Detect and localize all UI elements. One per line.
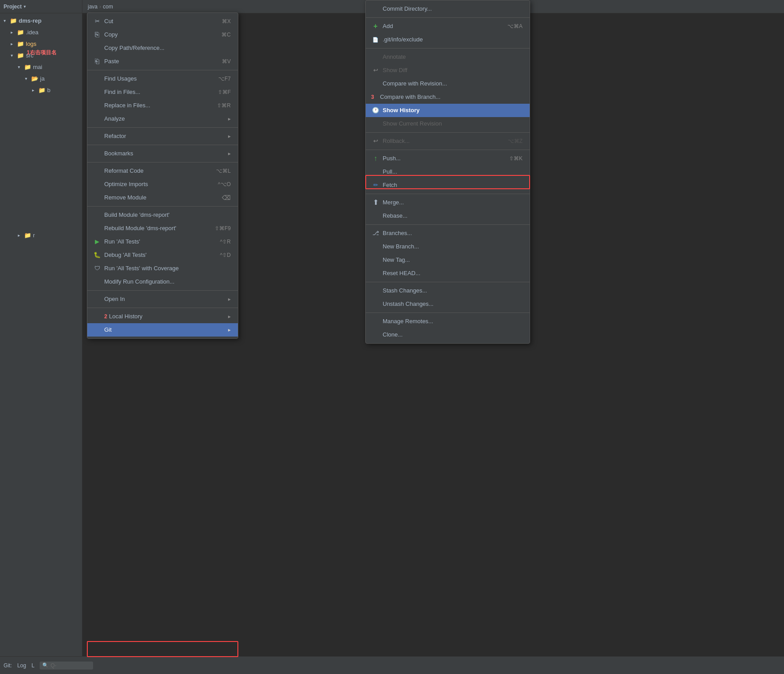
menu-debug-all-tests[interactable]: 🐛 Debug 'All Tests' ^⇧D [87,248,238,262]
annotation-right-click: 1右击项目名 [27,49,57,57]
tree-item-mai[interactable]: ▾ 📁 mai [0,61,82,73]
open-in-icon [93,295,102,304]
tree-item-logs[interactable]: ▸ 📁 logs [0,38,82,50]
menu-paste[interactable]: ⎗ Paste ⌘V [87,55,238,68]
local-history-arrow: ▸ [228,312,231,321]
folder-icon-b: 📁 [38,85,45,95]
menu-local-history[interactable]: 2 Local History ▸ [87,310,238,323]
tree-item-b[interactable]: ▸ 📁 b [0,85,82,96]
menu-refactor[interactable]: Refactor ▸ [87,130,238,143]
reset-head-icon [371,269,380,278]
folder-icon-dms-rep: 📁 [10,16,17,26]
menu-build-module[interactable]: Build Module 'dms-report' [87,208,238,222]
menu-cut[interactable]: ✂ Cut ⌘X [87,15,238,28]
menu-git[interactable]: Git ▸ [87,323,238,337]
git-stash[interactable]: Stash Changes... [366,284,530,297]
git-tab-label[interactable]: Git: [4,662,12,669]
git-exclude[interactable]: 📄 .git/info/exclude [366,33,530,46]
menu-open-in[interactable]: Open In ▸ [87,292,238,306]
remove-module-icon [93,193,102,202]
git-show-current-revision[interactable]: Show Current Revision [366,117,530,130]
git-pull[interactable]: Pull... [366,165,530,179]
sep-4 [87,162,238,162]
debug-icon: 🐛 [93,251,102,260]
git-compare-revision[interactable]: Compare with Revision... [366,77,530,90]
tree-item-idea[interactable]: ▸ 📁 .idea [0,27,82,38]
git-rebase[interactable]: Rebase... [366,209,530,223]
menu-replace-in-files[interactable]: Replace in Files... ⇧⌘R [87,99,238,112]
git-rollback[interactable]: ↩ Rollback... ⌥⌘Z [366,134,530,148]
sep-7 [87,308,238,308]
exclude-icon: 📄 [371,35,380,44]
menu-bookmarks[interactable]: Bookmarks ▸ [87,147,238,160]
menu-find-usages[interactable]: Find Usages ⌥F7 [87,72,238,85]
git-show-history[interactable]: 🕐 Show History [366,104,530,117]
arrow-dms-rep: ▾ [4,16,10,26]
git-commit-dir[interactable]: Commit Directory... [366,2,530,16]
unstash-icon [371,300,380,309]
menu-reformat[interactable]: Reformat Code ⌥⌘L [87,164,238,178]
menu-rebuild-module[interactable]: Rebuild Module 'dms-report' ⇧⌘F9 [87,222,238,235]
git-annotate[interactable]: Annotate [366,50,530,64]
tree-item-ja[interactable]: ▾ 📂 ja [0,73,82,85]
menu-find-in-files[interactable]: Find in Files... ⇧⌘F [87,85,238,99]
merge-icon: ⬆ [371,198,380,207]
git-new-branch[interactable]: New Branch... [366,240,530,253]
git-unstash[interactable]: Unstash Changes... [366,297,530,311]
menu-copy[interactable]: ⎘ Copy ⌘C [87,28,238,41]
sep-2 [87,127,238,128]
search-bar[interactable]: 🔍 Q- [40,662,93,670]
git-compare-branch[interactable]: 3 Compare with Branch... [366,90,530,104]
coverage-icon: 🛡 [93,264,102,273]
git-new-tag[interactable]: New Tag... [366,253,530,267]
arrow-ja: ▾ [25,74,31,84]
menu-run-coverage[interactable]: 🛡 Run 'All Tests' with Coverage [87,262,238,275]
menu-run-all-tests[interactable]: ▶ Run 'All Tests' ^⇧R [87,235,238,248]
menu-remove-module[interactable]: Remove Module ⌫ [87,191,238,204]
menu-optimize-imports[interactable]: Optimize Imports ^⌥O [87,178,238,191]
git-fetch[interactable]: ✏ Fetch [366,179,530,192]
git-clone[interactable]: Clone... [366,328,530,341]
copy-path-icon [93,44,102,53]
git-manage-remotes[interactable]: Manage Remotes... [366,315,530,328]
menu-modify-run-config[interactable]: Modify Run Configuration... [87,275,238,288]
git-merge[interactable]: ⬆ Merge... [366,196,530,209]
folder-icon-r: 📁 [24,231,31,240]
menu-copy-path[interactable]: Copy Path/Reference... [87,41,238,55]
compare-branch-badge: 3 [371,93,378,102]
git-push[interactable]: ↑ Push... ⇧⌘K [366,152,530,165]
push-icon: ↑ [371,154,380,163]
sep-1 [87,70,238,70]
sidebar-header[interactable]: Project ▾ [0,0,82,13]
tree-item-dms-rep[interactable]: ▾ 📁 dms-rep [0,15,82,27]
build-module-icon [93,211,102,219]
branches-icon: ⎇ [371,229,380,238]
optimize-icon [93,180,102,189]
folder-icon-src: 📁 [17,51,24,61]
git-sep-1 [366,17,530,18]
tree-item-r[interactable]: ▸ 📁 r [0,230,82,241]
arrow-idea: ▸ [11,28,17,37]
log-tab[interactable]: Log [17,662,26,669]
sidebar-tree: ▾ 📁 dms-rep ▸ 📁 .idea ▸ 📁 logs ▾ 📁 src ▾… [0,13,82,243]
tree-label-idea: .idea [26,28,38,37]
git-add[interactable]: + Add ⌥⌘A [366,20,530,33]
git-branches[interactable]: ⎇ Branches... [366,227,530,240]
git-show-diff[interactable]: ↩ Show Diff [366,64,530,77]
search-placeholder: Q- [50,662,56,669]
refactor-arrow: ▸ [228,132,231,141]
folder-icon-idea: 📁 [17,28,24,37]
bookmarks-icon [93,149,102,158]
stash-icon [371,286,380,295]
git-sep-5 [366,194,530,194]
menu-analyze[interactable]: Analyze ▸ [87,112,238,126]
cut-icon: ✂ [93,17,102,26]
bottom-bar: Git: Log L 🔍 Q- [0,656,784,674]
folder-icon-ja: 📂 [31,74,38,84]
git-sep-8 [366,313,530,313]
search-icon: 🔍 [42,662,49,668]
git-reset-head[interactable]: Reset HEAD... [366,267,530,280]
annotate-icon [371,53,380,61]
arrow-src: ▾ [11,51,17,61]
l-tab[interactable]: L [32,662,35,669]
